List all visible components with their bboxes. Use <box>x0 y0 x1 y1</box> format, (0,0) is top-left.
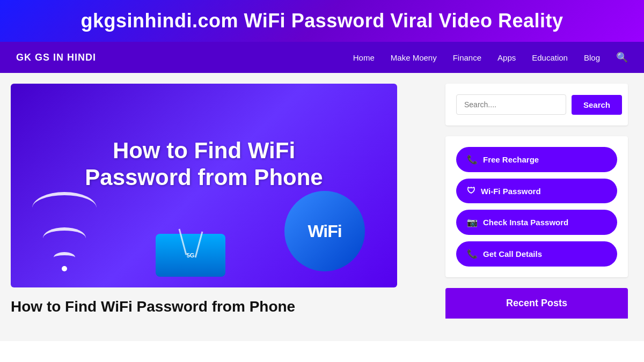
free-recharge-label: Free Recharge <box>483 155 539 164</box>
navbar: GK GS IN HINDI Home Make Moeny Finance A… <box>0 42 644 73</box>
free-recharge-icon: 📞 <box>467 154 478 165</box>
sidebar: Search 📞 Free Recharge 🛡 Wi-Fi Password … <box>445 84 628 330</box>
nav-search-icon[interactable]: 🔍 <box>616 51 628 63</box>
hero-text-line2: Password from Phone <box>85 164 323 191</box>
call-details-icon: 📞 <box>467 249 478 259</box>
article-hero-image: How to Find WiFi Password from Phone 5G … <box>11 84 397 287</box>
search-box: Search <box>445 84 628 125</box>
wifi-arc-small <box>54 252 75 263</box>
wifi-password-button[interactable]: 🛡 Wi-Fi Password <box>456 179 617 203</box>
check-insta-password-label: Check Insta Password <box>483 218 568 227</box>
search-input[interactable] <box>456 94 566 115</box>
nav-item-education[interactable]: Education <box>532 53 568 62</box>
nav-item-apps[interactable]: Apps <box>497 53 516 62</box>
wifi-badge-label: WiFi <box>308 221 341 241</box>
wifi-badge: WiFi <box>284 191 365 271</box>
nav-links: Home Make Moeny Finance Apps Education B… <box>353 51 628 63</box>
article-title: How to Find WiFi Password from Phone <box>11 298 435 315</box>
wifi-password-label: Wi-Fi Password <box>481 187 541 196</box>
search-button[interactable]: Search <box>572 95 622 115</box>
wifi-dot <box>62 266 67 271</box>
check-insta-password-button[interactable]: 📷 Check Insta Password <box>456 210 617 235</box>
nav-item-finance[interactable]: Finance <box>453 53 481 62</box>
recent-posts-header: Recent Posts <box>445 288 628 319</box>
wifi-password-icon: 🛡 <box>467 186 475 196</box>
banner-title: gkgsinhindi.com WiFi Password Viral Vide… <box>16 10 628 32</box>
get-call-details-label: Get Call Details <box>483 249 542 258</box>
nav-item-blog[interactable]: Blog <box>584 53 600 62</box>
free-recharge-button[interactable]: 📞 Free Recharge <box>456 147 617 172</box>
wifi-graphic-left <box>32 192 97 271</box>
article-area: How to Find WiFi Password from Phone 5G … <box>11 84 445 330</box>
hero-text-line1: How to Find WiFi <box>85 137 323 164</box>
router-graphic: 5G <box>156 228 225 277</box>
insta-icon: 📷 <box>467 217 478 227</box>
top-banner: gkgsinhindi.com WiFi Password Viral Vide… <box>0 0 644 42</box>
get-call-details-button[interactable]: 📞 Get Call Details <box>456 241 617 267</box>
router-label: 5G <box>187 252 195 258</box>
nav-item-make-money[interactable]: Make Moeny <box>391 53 437 62</box>
sidebar-buttons: 📞 Free Recharge 🛡 Wi-Fi Password 📷 Check… <box>445 136 628 277</box>
nav-logo: GK GS IN HINDI <box>16 52 96 63</box>
router-body: 5G <box>156 234 225 277</box>
nav-item-home[interactable]: Home <box>353 53 375 62</box>
wifi-arc-large <box>32 192 97 224</box>
main-content: How to Find WiFi Password from Phone 5G … <box>0 73 644 341</box>
wifi-arc-medium <box>43 227 86 249</box>
